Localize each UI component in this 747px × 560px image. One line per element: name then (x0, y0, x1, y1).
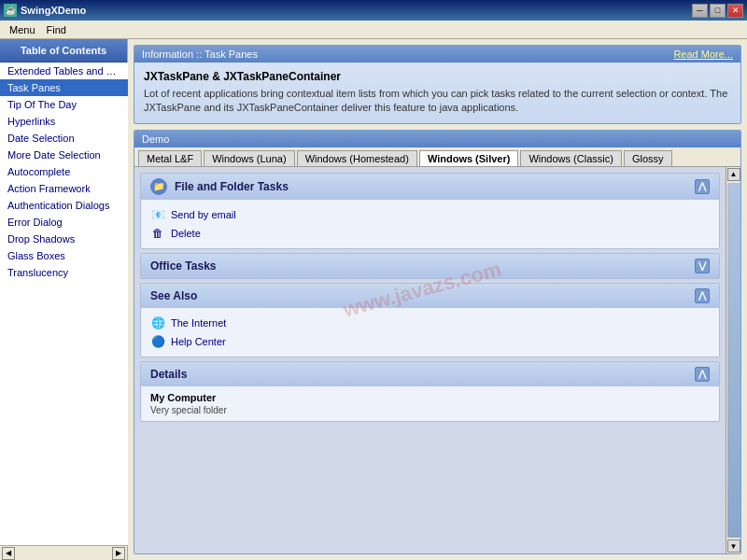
help-icon: 🔵 (150, 334, 165, 349)
sidebar-item-drop-shadows[interactable]: Drop Shadows (0, 231, 128, 247)
maximize-button[interactable]: □ (710, 4, 726, 18)
sidebar-item-translucency[interactable]: Translucency (0, 264, 128, 281)
the-internet-label: The Internet (171, 317, 226, 329)
sidebar-header: Table of Contents (0, 39, 127, 63)
help-center-item[interactable]: 🔵 Help Center (150, 332, 710, 351)
sidebar-scrollbar: ◀ ▶ (0, 545, 127, 560)
tab-windows-homestead[interactable]: Windows (Homestead) (297, 150, 417, 166)
sidebar-item-error-dialog[interactable]: Error Dialog (0, 214, 128, 231)
file-folder-tasks-title: File and Folder Tasks (175, 180, 289, 193)
tab-glossy[interactable]: Glossy (624, 150, 672, 166)
office-tasks-toggle[interactable]: ⋁ (695, 259, 710, 273)
file-folder-icon: 📁 (150, 178, 167, 195)
sidebar: Extended Tables and Decorators Task Pane… (0, 63, 128, 545)
see-also-toggle[interactable]: ⋀ (695, 288, 710, 303)
info-panel-header: Information :: Task Panes Read More... (134, 46, 740, 63)
menu-item-menu[interactable]: Menu (4, 22, 41, 37)
demo-tabs: Metal L&F Windows (Luna) Windows (Homest… (134, 147, 740, 167)
see-also-content: 🌐 The Internet 🔵 Help Center (141, 308, 719, 357)
see-also-section: See Also ⋀ 🌐 The Internet 🔵 H (140, 283, 720, 357)
my-computer-description: Very special folder (150, 405, 710, 415)
info-panel-description: Lot of recent applications bring context… (144, 87, 731, 116)
see-also-header[interactable]: See Also ⋀ (141, 284, 719, 308)
sidebar-item-autocomplete[interactable]: Autocomplete (0, 163, 128, 180)
sidebar-item-glass-boxes[interactable]: Glass Boxes (0, 247, 128, 264)
tab-metal-lf[interactable]: Metal L&F (138, 150, 202, 166)
tab-windows-silver[interactable]: Windows (Silver) (419, 150, 519, 166)
office-tasks-section: Office Tasks ⋁ (140, 253, 720, 279)
demo-label: Demo (142, 133, 169, 145)
my-computer-title: My Computer (150, 392, 710, 403)
sidebar-item-auth-dialogs[interactable]: Authentication Dialogs (0, 197, 128, 214)
office-tasks-header[interactable]: Office Tasks ⋁ (141, 254, 719, 278)
close-button[interactable]: ✕ (727, 4, 743, 18)
app-title: SwingXDemo (21, 5, 86, 16)
scrollbar-thumb[interactable] (727, 183, 740, 538)
the-internet-item[interactable]: 🌐 The Internet (150, 314, 710, 332)
scroll-left-arrow[interactable]: ◀ (2, 547, 15, 560)
send-by-email-label: Send by email (171, 209, 236, 220)
email-icon: 📧 (150, 207, 165, 222)
internet-icon: 🌐 (150, 315, 165, 330)
office-tasks-title: Office Tasks (150, 259, 216, 273)
file-folder-toggle[interactable]: ⋀ (695, 179, 710, 194)
sidebar-item-hyperlinks[interactable]: Hyperlinks (0, 113, 128, 130)
see-also-title: See Also (150, 289, 197, 302)
my-computer: My Computer Very special folder (141, 386, 719, 421)
title-bar-buttons: ─ □ ✕ (692, 4, 743, 18)
details-title: Details (150, 368, 187, 381)
details-header[interactable]: Details ⋀ (141, 362, 719, 386)
delete-icon: 🗑 (150, 226, 165, 241)
sidebar-item-extended-tables[interactable]: Extended Tables and Decorators (0, 63, 128, 79)
delete-label: Delete (171, 228, 201, 239)
sidebar-item-date-selection[interactable]: Date Selection (0, 130, 128, 147)
help-center-label: Help Center (171, 336, 226, 347)
scrollbar-down-arrow[interactable]: ▼ (727, 539, 740, 553)
demo-scroll-area[interactable]: www.javazs.com 📁 File and Folder Tasks (134, 167, 726, 553)
menu-bar: Menu Find (0, 21, 747, 39)
app-icon: ☕ (4, 4, 17, 17)
scrollbar-up-arrow[interactable]: ▲ (727, 168, 740, 181)
sidebar-item-task-panes[interactable]: Task Panes (0, 79, 128, 96)
info-panel-title: Information :: Task Panes (142, 49, 258, 60)
file-folder-tasks-header[interactable]: 📁 File and Folder Tasks ⋀ (141, 174, 719, 200)
demo-panel-header: Demo (134, 131, 740, 147)
menu-item-find[interactable]: Find (41, 22, 72, 37)
demo-scrollbar: ▲ ▼ (726, 167, 740, 553)
scroll-right-arrow[interactable]: ▶ (112, 547, 125, 560)
read-more-link[interactable]: Read More... (673, 49, 733, 60)
demo-content: www.javazs.com 📁 File and Folder Tasks (134, 167, 740, 553)
file-folder-tasks-section: 📁 File and Folder Tasks ⋀ 📧 Send by emai… (140, 173, 720, 249)
tab-windows-luna[interactable]: Windows (Luna) (204, 150, 294, 166)
file-folder-tasks-content: 📧 Send by email 🗑 Delete (141, 200, 719, 248)
main-layout: Table of Contents Extended Tables and De… (0, 39, 747, 560)
info-panel-content: JXTaskPane & JXTaskPaneContainer Lot of … (134, 63, 740, 123)
info-panel: Information :: Task Panes Read More... J… (134, 45, 741, 124)
info-panel-subtitle: JXTaskPane & JXTaskPaneContainer (144, 70, 731, 83)
title-bar: ☕ SwingXDemo ─ □ ✕ (0, 0, 747, 21)
sidebar-item-tip-of-the-day[interactable]: Tip Of The Day (0, 96, 128, 113)
details-toggle[interactable]: ⋀ (695, 367, 710, 382)
tab-windows-classic[interactable]: Windows (Classic) (520, 150, 621, 166)
sidebar-item-action-framework[interactable]: Action Framework (0, 180, 128, 197)
send-by-email-item[interactable]: 📧 Send by email (150, 205, 710, 224)
content-area: Information :: Task Panes Read More... J… (128, 39, 747, 560)
demo-panel: Demo Metal L&F Windows (Luna) Windows (H… (134, 130, 741, 554)
sidebar-item-more-date-selection[interactable]: More Date Selection (0, 147, 128, 163)
details-section: Details ⋀ My Computer Very special folde… (140, 361, 720, 422)
minimize-button[interactable]: ─ (692, 4, 708, 18)
title-bar-left: ☕ SwingXDemo (4, 4, 86, 17)
delete-item[interactable]: 🗑 Delete (150, 224, 710, 243)
